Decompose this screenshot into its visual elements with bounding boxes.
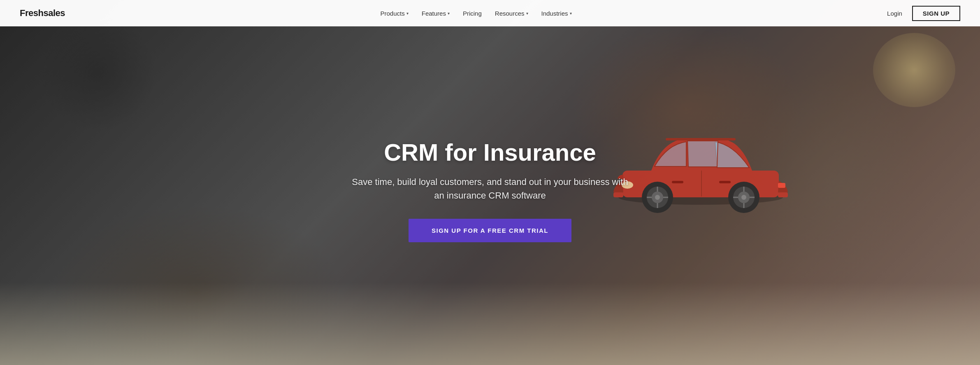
nav-item-industries[interactable]: Industries ▾	[541, 10, 572, 17]
nav-item-features[interactable]: Features ▾	[422, 10, 450, 17]
nav-link-industries[interactable]: Industries ▾	[541, 10, 572, 17]
nav-item-pricing[interactable]: Pricing	[463, 10, 482, 17]
nav-link-products[interactable]: Products ▾	[381, 10, 409, 17]
navbar: Freshsales Products ▾ Features ▾ Pricing…	[0, 0, 980, 26]
hero-title: CRM for Insurance	[346, 139, 634, 166]
chevron-down-icon: ▾	[448, 11, 450, 16]
svg-rect-6	[778, 192, 788, 197]
hero-decorative-coins	[873, 33, 955, 107]
nav-label-features: Features	[422, 10, 446, 17]
nav-link-features[interactable]: Features ▾	[422, 10, 450, 17]
svg-rect-4	[719, 181, 731, 183]
nav-label-products: Products	[381, 10, 405, 17]
brand-logo[interactable]: Freshsales	[20, 8, 65, 19]
hero-paper-bg	[0, 283, 980, 365]
svg-rect-3	[672, 181, 683, 183]
nav-item-resources[interactable]: Resources ▾	[495, 10, 528, 17]
hero-content: CRM for Insurance Save time, build loyal…	[336, 139, 644, 243]
nav-right: Login SIGN UP	[887, 6, 960, 21]
hero-subtitle: Save time, build loyal customers, and st…	[346, 175, 634, 202]
svg-rect-8	[778, 183, 785, 188]
login-link[interactable]: Login	[887, 10, 902, 17]
nav-label-pricing: Pricing	[463, 10, 482, 17]
chevron-down-icon: ▾	[526, 11, 528, 16]
svg-point-16	[741, 195, 746, 200]
hero-section: CRM for Insurance Save time, build loyal…	[0, 0, 980, 365]
chevron-down-icon: ▾	[570, 11, 572, 16]
nav-label-resources: Resources	[495, 10, 525, 17]
svg-rect-25	[666, 138, 736, 140]
chevron-down-icon: ▾	[406, 11, 409, 16]
nav-links: Products ▾ Features ▾ Pricing Resources …	[381, 10, 572, 17]
nav-item-products[interactable]: Products ▾	[381, 10, 409, 17]
signup-button[interactable]: SIGN UP	[912, 6, 960, 21]
nav-label-industries: Industries	[541, 10, 568, 17]
nav-link-pricing[interactable]: Pricing	[463, 10, 482, 17]
nav-link-resources[interactable]: Resources ▾	[495, 10, 528, 17]
hero-cta-button[interactable]: SIGN UP FOR A FREE CRM TRIAL	[409, 219, 571, 242]
svg-point-12	[655, 195, 660, 200]
